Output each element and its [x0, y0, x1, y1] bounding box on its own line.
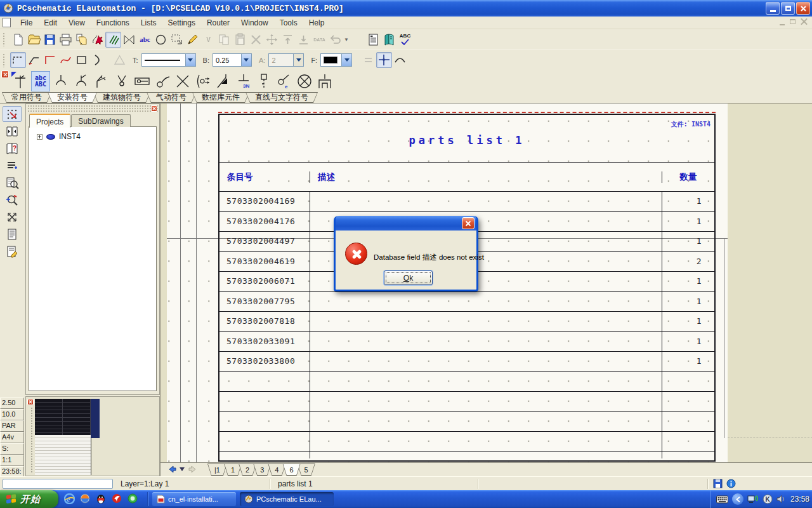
menu-item[interactable]: Router: [201, 17, 235, 29]
save-button[interactable]: [42, 32, 58, 48]
sym-lamp-icon[interactable]: [295, 71, 314, 91]
symbol-tab[interactable]: 建筑物符号: [93, 92, 150, 103]
minimize-button[interactable]: [766, 2, 780, 15]
arc-mode-button[interactable]: [392, 52, 408, 68]
document-edit-button[interactable]: [3, 243, 22, 259]
mdi-minimize-icon[interactable]: [780, 24, 785, 25]
green-app-icon[interactable]: [127, 493, 138, 504]
snap-grid-button[interactable]: [3, 106, 22, 122]
junction-button[interactable]: [376, 52, 392, 68]
preview-thumbnail-top[interactable]: [35, 399, 91, 435]
sym-crossing-icon[interactable]: [173, 71, 192, 91]
sym-socket-e-icon[interactable]: e: [275, 71, 294, 91]
line-dash-corner-button[interactable]: [10, 52, 26, 68]
linewidth-select[interactable]: 0.25: [213, 53, 252, 67]
ie-icon[interactable]: e: [63, 493, 75, 504]
save-status-icon[interactable]: [713, 479, 723, 488]
page-back-button[interactable]: [166, 464, 178, 475]
page-tab[interactable]: 3: [253, 464, 271, 476]
restore-button[interactable]: [781, 2, 795, 15]
page-back-dropdown[interactable]: [178, 464, 186, 475]
open-button[interactable]: [26, 32, 42, 48]
menu-item[interactable]: Functions: [91, 17, 135, 29]
draw-lines-button[interactable]: [105, 32, 121, 48]
media-player-icon[interactable]: [79, 493, 91, 504]
sym-meter-icon[interactable]: [193, 71, 213, 91]
symbol-browser-button[interactable]: [3, 123, 22, 139]
sym-lamp-outlet-icon[interactable]: [51, 71, 70, 91]
sym-multi-switch-icon[interactable]: [92, 71, 111, 91]
line-rectangle-button[interactable]: [74, 52, 89, 68]
area-select-button[interactable]: [169, 32, 185, 48]
print-pages-button[interactable]: [74, 32, 89, 48]
sym-flush-box-icon[interactable]: [315, 71, 334, 91]
task-button-pdf[interactable]: cn_el-installati...: [152, 492, 236, 506]
start-button[interactable]: 开始: [0, 490, 58, 508]
menu-item[interactable]: Tools: [274, 17, 303, 29]
draw-circle-button[interactable]: [153, 32, 169, 48]
page-tab[interactable]: 5: [298, 464, 315, 476]
tab-subdrawings[interactable]: SubDrawings: [71, 114, 130, 127]
zoom-page-button[interactable]: [3, 175, 22, 190]
status-cell[interactable]: A4v: [0, 432, 24, 443]
mdi-restore-icon[interactable]: [790, 19, 796, 24]
sym-junction-box-icon[interactable]: [133, 71, 152, 91]
status-cell[interactable]: 1:1: [0, 455, 24, 466]
line-arc-button[interactable]: [89, 52, 105, 68]
spellcheck-button[interactable]: ABC: [397, 32, 413, 48]
page-tab[interactable]: 6: [282, 464, 300, 476]
sym-pushbutton-icon[interactable]: [254, 71, 273, 91]
object-lists-button[interactable]: [365, 32, 381, 48]
symbol-menu-button[interactable]: [89, 32, 105, 48]
toolbar-grip[interactable]: [3, 53, 6, 67]
zoom-edit-button[interactable]: [3, 192, 22, 208]
new-document-button[interactable]: [10, 32, 26, 48]
tab-projects[interactable]: Projects: [29, 114, 70, 128]
edit-pen-button[interactable]: [185, 32, 200, 48]
symbol-tab[interactable]: 数据库元件: [192, 92, 249, 103]
preview-close-button[interactable]: [27, 399, 34, 405]
sym-text-icon[interactable]: abcABC: [31, 71, 50, 91]
symbol-tab[interactable]: 气动符号: [147, 92, 196, 103]
sym-earth-icon[interactable]: 3N: [234, 71, 253, 91]
ok-button[interactable]: Ok: [384, 271, 433, 285]
info-status-icon[interactable]: [726, 479, 736, 488]
close-symbolbar-button[interactable]: [1, 70, 9, 78]
help-book-button[interactable]: ?: [3, 140, 22, 156]
draw-symbols-button[interactable]: [121, 32, 137, 48]
menu-item[interactable]: Window: [235, 17, 274, 29]
menu-item[interactable]: File: [15, 17, 38, 29]
dialog-close-button[interactable]: [462, 217, 475, 229]
panel-close-button[interactable]: [151, 105, 157, 112]
status-cell[interactable]: 2.50: [0, 398, 24, 409]
panel-grip[interactable]: [27, 105, 158, 113]
qq-icon[interactable]: [95, 493, 107, 504]
database-button[interactable]: [381, 32, 397, 48]
disperse-button[interactable]: [3, 209, 22, 225]
draw-text-button[interactable]: abc: [137, 32, 153, 48]
task-button-pcschematic[interactable]: PCschematic ELau...: [240, 492, 334, 506]
line-curve-button[interactable]: [58, 52, 74, 68]
symbol-tab[interactable]: 常用符号: [2, 92, 51, 103]
menu-item[interactable]: Settings: [162, 17, 201, 29]
symbol-tab[interactable]: 安装符号: [48, 92, 97, 103]
thunder-icon[interactable]: [111, 493, 122, 504]
page-tab[interactable]: 4: [268, 464, 285, 476]
tray-collapse-button[interactable]: [732, 493, 743, 505]
object-list-button[interactable]: [3, 157, 22, 173]
sym-socket-icon[interactable]: [153, 71, 172, 91]
keyboard-tray-icon[interactable]: [716, 495, 728, 504]
preview-grip[interactable]: [30, 407, 33, 473]
menu-item[interactable]: View: [63, 17, 91, 29]
tree-item-inst4[interactable]: INST4: [29, 127, 156, 141]
line-corner-button[interactable]: [42, 52, 58, 68]
kmplayer-tray-icon[interactable]: K: [763, 494, 773, 504]
page-tab[interactable]: 2: [239, 464, 256, 476]
page-tab[interactable]: |1: [207, 464, 227, 476]
document-pages-button[interactable]: [3, 226, 22, 242]
menu-item[interactable]: Lists: [135, 17, 162, 29]
status-cell[interactable]: PAR: [0, 420, 24, 432]
expand-icon[interactable]: [37, 134, 43, 140]
status-cell[interactable]: 10.0: [0, 409, 24, 420]
sym-contactor-icon[interactable]: [214, 71, 233, 91]
